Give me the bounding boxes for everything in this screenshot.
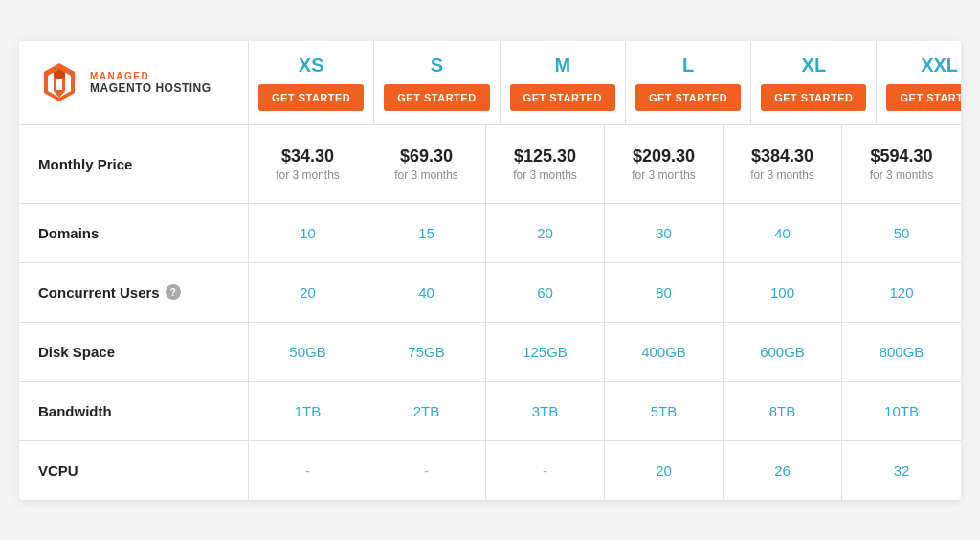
row-label-1: Domains <box>38 225 99 241</box>
data-cell-1-0: 10 <box>249 204 368 262</box>
get-started-btn-s[interactable]: GET STARTED <box>384 84 489 111</box>
magento-logo-icon <box>38 61 80 103</box>
row-label-3: Disk Space <box>38 344 115 360</box>
plan-name-xxl: XXL <box>921 55 958 77</box>
cell-value-5-1: - <box>424 462 429 479</box>
cell-value-1-5: 50 <box>894 225 910 241</box>
price-main-3: $209.30 <box>633 146 695 167</box>
cell-value-2-2: 60 <box>537 284 553 301</box>
row-label-cell-2: Concurrent Users? <box>19 263 249 322</box>
data-cell-5-3: 20 <box>605 441 724 500</box>
data-cell-3-3: 400GB <box>605 323 724 381</box>
row-label-cell-0: Monthly Price <box>19 125 249 203</box>
plan-name-m: M <box>554 55 570 77</box>
cell-value-2-3: 80 <box>656 284 672 301</box>
cell-value-5-0: - <box>305 462 310 479</box>
cell-value-3-1: 75GB <box>408 344 444 360</box>
data-row-disk-space: Disk Space50GB75GB125GB400GB600GB800GB <box>19 323 961 382</box>
data-cell-0-4: $384.30for 3 months <box>724 125 842 203</box>
cell-value-4-1: 2TB <box>413 403 440 419</box>
data-cell-0-2: $125.30for 3 months <box>486 125 605 203</box>
data-cell-3-0: 50GB <box>249 323 368 381</box>
data-cell-4-0: 1TB <box>249 382 368 440</box>
cell-value-5-3: 20 <box>656 462 672 479</box>
row-label-cell-5: VCPU <box>19 441 249 500</box>
price-sub-3: for 3 months <box>632 169 696 182</box>
cell-value-3-4: 600GB <box>760 344 805 360</box>
row-label-cell-4: Bandwidth <box>19 382 249 440</box>
plan-header-xxl: XXLGET STARTED <box>877 41 961 124</box>
price-main-4: $384.30 <box>751 146 813 167</box>
logo-text: MANAGED MAGENTO HOSTING <box>90 71 212 95</box>
data-cell-5-4: 26 <box>724 441 842 500</box>
cell-value-1-3: 30 <box>656 225 672 241</box>
get-started-btn-xs[interactable]: GET STARTED <box>258 84 364 111</box>
data-cell-0-0: $34.30for 3 months <box>249 125 368 203</box>
cell-value-5-5: 32 <box>894 462 910 479</box>
data-cell-1-1: 15 <box>368 204 486 262</box>
row-label-cell-3: Disk Space <box>19 323 249 381</box>
data-cell-3-5: 800GB <box>842 323 961 381</box>
data-row-bandwidth: Bandwidth1TB2TB3TB5TB8TB10TB <box>19 382 961 441</box>
data-cell-1-2: 20 <box>486 204 605 262</box>
data-cell-3-1: 75GB <box>368 323 486 381</box>
get-started-btn-xl[interactable]: GET STARTED <box>761 84 866 111</box>
data-cell-4-4: 8TB <box>724 382 842 440</box>
row-label-4: Bandwidth <box>38 403 112 419</box>
header-row: MANAGED MAGENTO HOSTING XSGET STARTEDSGE… <box>19 41 961 125</box>
info-icon[interactable]: ? <box>166 284 181 300</box>
data-cell-5-2: - <box>486 441 605 500</box>
price-main-1: $69.30 <box>400 146 453 167</box>
cell-value-1-0: 10 <box>300 225 316 241</box>
cell-value-4-0: 1TB <box>295 403 322 419</box>
data-cell-2-0: 20 <box>249 263 368 322</box>
plan-header-xl: XLGET STARTED <box>751 41 877 124</box>
cell-value-3-3: 400GB <box>641 344 686 360</box>
data-row-concurrent-users: Concurrent Users?20406080100120 <box>19 263 961 323</box>
data-row-domains: Domains101520304050 <box>19 204 961 263</box>
data-row-vcpu: VCPU---202632 <box>19 441 961 500</box>
data-cell-1-3: 30 <box>605 204 724 262</box>
plan-header-m: MGET STARTED <box>501 41 626 124</box>
cell-value-3-5: 800GB <box>880 344 924 360</box>
price-sub-2: for 3 months <box>513 169 577 182</box>
data-cell-1-4: 40 <box>724 204 842 262</box>
data-cell-2-5: 120 <box>842 263 961 322</box>
data-cell-0-1: $69.30for 3 months <box>368 125 486 203</box>
plan-name-xs: XS <box>299 55 324 77</box>
plan-name-s: S <box>431 55 443 77</box>
data-cell-3-4: 600GB <box>724 323 842 381</box>
cell-value-3-2: 125GB <box>523 344 568 360</box>
data-cell-4-3: 5TB <box>605 382 724 440</box>
data-row-monthly-price: Monthly Price$34.30for 3 months$69.30for… <box>19 125 961 204</box>
cell-value-2-1: 40 <box>418 284 434 301</box>
data-cell-5-5: 32 <box>842 441 961 500</box>
get-started-btn-m[interactable]: GET STARTED <box>510 84 615 111</box>
data-cell-5-1: - <box>368 441 486 500</box>
cell-value-3-0: 50GB <box>289 344 325 360</box>
data-cell-4-2: 3TB <box>486 382 605 440</box>
data-cell-5-0: - <box>249 441 368 500</box>
price-sub-1: for 3 months <box>394 169 458 182</box>
plan-name-xl: XL <box>802 55 827 77</box>
price-main-2: $125.30 <box>514 146 576 167</box>
logo-hosting-label: MAGENTO HOSTING <box>90 81 212 95</box>
cell-value-1-2: 20 <box>537 225 553 241</box>
data-cell-4-1: 2TB <box>368 382 486 440</box>
row-label-2: Concurrent Users <box>38 284 160 301</box>
row-label-5: VCPU <box>38 462 78 479</box>
pricing-table: MANAGED MAGENTO HOSTING XSGET STARTEDSGE… <box>19 41 961 500</box>
plan-header-s: SGET STARTED <box>374 41 500 124</box>
get-started-btn-l[interactable]: GET STARTED <box>635 84 741 111</box>
get-started-btn-xxl[interactable]: GET STARTED <box>886 84 961 111</box>
logo-managed-label: MANAGED <box>90 71 212 81</box>
price-main-5: $594.30 <box>870 146 932 167</box>
cell-value-1-4: 40 <box>774 225 791 241</box>
data-cell-2-2: 60 <box>486 263 605 322</box>
cell-value-4-4: 8TB <box>769 403 796 419</box>
price-sub-0: for 3 months <box>276 169 340 182</box>
cell-value-4-3: 5TB <box>651 403 678 419</box>
plan-name-l: L <box>682 55 694 77</box>
cell-value-2-4: 100 <box>770 284 794 301</box>
cell-value-4-2: 3TB <box>532 403 559 419</box>
